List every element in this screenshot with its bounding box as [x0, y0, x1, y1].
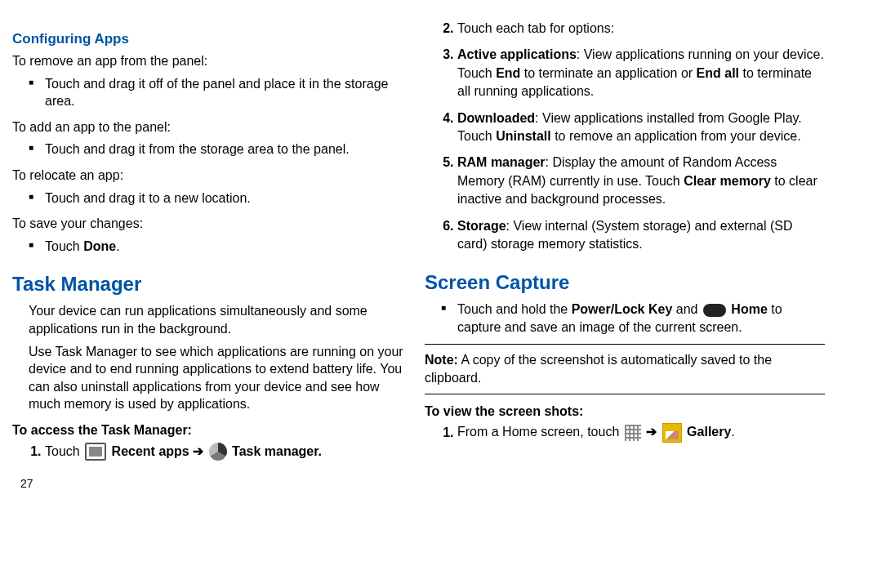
text-remove-intro: To remove an app from the panel:	[12, 52, 404, 70]
text-fragment: to terminate an application or	[520, 66, 696, 80]
text-gallery: Gallery	[684, 425, 732, 439]
text-fragment: : View internal (System storage) and ext…	[457, 219, 793, 251]
text-task-manager: Task manager.	[229, 444, 322, 458]
heading-task-manager: Task Manager	[12, 273, 404, 296]
manual-page: Configuring Apps To remove an app from t…	[0, 0, 882, 490]
text-fragment: Touch	[45, 444, 83, 458]
text-add-intro: To add an app to the panel:	[12, 118, 404, 136]
text-remove-bullet: Touch and drag it off of the panel and p…	[12, 75, 404, 110]
text-fragment: Touch and hold the	[457, 302, 572, 316]
text-fragment: and	[672, 302, 702, 316]
text-power-lock: Power/Lock Key	[572, 302, 673, 316]
divider	[425, 344, 825, 345]
page-number: 27	[20, 477, 404, 490]
text-save-intro: To save your changes:	[12, 215, 404, 233]
subheading-access-tm: To access the Task Manager:	[12, 421, 404, 439]
text-add-bullet: Touch and drag it from the storage area …	[12, 140, 404, 158]
note-text: Note: A copy of the screenshot is automa…	[425, 351, 825, 386]
text-fragment: .	[731, 425, 734, 439]
home-key-icon	[703, 304, 726, 317]
step-4: Downloaded: View applications installed …	[457, 109, 825, 146]
step-5: RAM manager: Display the amount of Rando…	[457, 154, 825, 208]
text-fragment: Touch	[45, 239, 83, 253]
text-uninstall: Uninstall	[496, 129, 551, 143]
text-downloaded: Downloaded	[457, 111, 535, 125]
heading-configuring-apps: Configuring Apps	[12, 31, 404, 47]
bullet-screen-capture: Touch and hold the Power/Lock Key and Ho…	[425, 301, 825, 336]
arrow-icon: ➔	[193, 444, 203, 458]
text-relocate-bullet: Touch and drag it to a new location.	[12, 189, 404, 207]
text-relocate-intro: To relocate an app:	[12, 167, 404, 185]
text-done-bold: Done	[83, 239, 116, 253]
text-end-all: End all	[697, 66, 739, 80]
step-2: Touch each tab for options:	[457, 20, 825, 38]
text-fragment: A copy of the screenshot is automaticall…	[425, 353, 772, 385]
step-6: Storage: View internal (System storage) …	[457, 217, 825, 254]
text-home: Home	[728, 302, 768, 316]
arrow-icon: ➔	[646, 425, 657, 439]
gallery-icon	[662, 423, 682, 443]
step-view-1: From a Home screen, touch ➔ Gallery.	[457, 423, 825, 443]
text-fragment: to remove an application from your devic…	[551, 129, 801, 143]
text-clear-memory: Clear memory	[684, 174, 771, 188]
step-3: Active applications: View applications r…	[457, 46, 825, 100]
divider	[425, 394, 825, 394]
note-label: Note:	[425, 353, 458, 367]
text-ram-manager: RAM manager	[457, 155, 546, 169]
task-manager-icon	[209, 443, 227, 461]
text-recent-apps: Recent apps	[108, 444, 193, 458]
text-fragment: From a Home screen, touch	[457, 425, 623, 439]
text-save-bullet: Touch Done.	[12, 238, 404, 256]
text-fragment: .	[116, 239, 119, 253]
step-access-tm-1: Touch Recent apps ➔ Task manager.	[45, 443, 404, 461]
recent-apps-icon	[85, 443, 106, 461]
text-tm-p1: Your device can run applications simulta…	[29, 302, 404, 337]
right-column: Touch each tab for options: Active appli…	[416, 0, 849, 490]
text-tm-p2: Use Task Manager to see which applicatio…	[29, 343, 404, 413]
text-storage: Storage	[457, 219, 506, 233]
left-column: Configuring Apps To remove an app from t…	[0, 0, 416, 490]
text-end: End	[496, 66, 520, 80]
apps-grid-icon	[625, 425, 641, 441]
text-active-apps: Active applications	[457, 47, 577, 61]
heading-screen-capture: Screen Capture	[425, 271, 825, 294]
subheading-view-shots: To view the screen shots:	[425, 403, 825, 421]
